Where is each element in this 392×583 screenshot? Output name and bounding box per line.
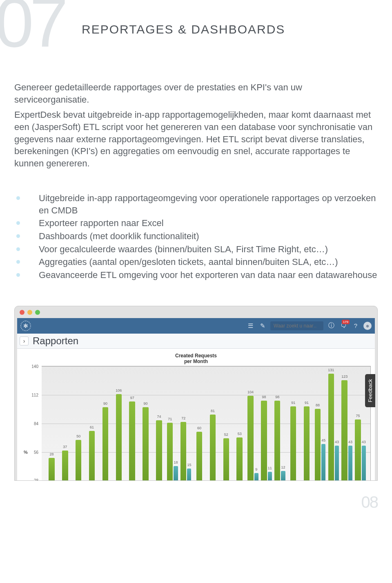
list-icon[interactable]: ☰: [246, 321, 255, 330]
bar-primary[interactable]: 106: [116, 394, 122, 480]
bar-value-label: 43: [335, 440, 339, 444]
bar-value-label: 104: [247, 390, 254, 394]
bar-value-label: 106: [116, 388, 122, 392]
bar-chart: 285684112140%283750619010697907471187215…: [42, 366, 371, 480]
y-tick: 140: [26, 364, 38, 369]
bar-secondary[interactable]: 43: [335, 446, 339, 481]
bar-group: 61: [86, 366, 98, 480]
feature-list: Uitgebreide in-app rapportageomgeving vo…: [14, 192, 378, 281]
close-icon[interactable]: [20, 310, 24, 315]
bar-group: 37: [59, 366, 71, 480]
bar-primary[interactable]: 52: [223, 438, 229, 481]
bar-primary[interactable]: 131: [328, 374, 334, 480]
search-input[interactable]: [270, 321, 323, 330]
bar-value-label: 9: [255, 467, 257, 471]
bar-primary[interactable]: 123: [341, 380, 347, 480]
bar-primary[interactable]: 75: [355, 419, 361, 480]
bar-primary[interactable]: 61: [89, 431, 95, 481]
bar-secondary[interactable]: 11: [268, 472, 272, 481]
avatar[interactable]: ●: [363, 322, 372, 330]
info-icon[interactable]: ⓘ: [327, 321, 336, 330]
page-number: 08: [14, 493, 378, 511]
bar-value-label: 91: [291, 401, 295, 405]
bar-primary[interactable]: 91: [304, 406, 310, 480]
app-logo-icon[interactable]: ✻: [20, 321, 31, 331]
bar-value-label: 15: [187, 463, 191, 467]
list-item-label: Uitgebreide in-app rapportageomgeving vo…: [39, 193, 376, 215]
bar-primary[interactable]: 50: [76, 440, 81, 481]
bar-value-label: 74: [157, 415, 161, 419]
screenshot-window: ✻ ☰ ✎ ⓘ 🗨179 ? ● › Rapporten Created Req…: [14, 306, 378, 481]
maximize-icon[interactable]: [35, 310, 40, 315]
edit-icon[interactable]: ✎: [258, 321, 267, 330]
bar-group: 60: [194, 366, 205, 480]
bar-primary[interactable]: 74: [156, 420, 162, 480]
feedback-tab[interactable]: Feedback: [365, 374, 375, 407]
page-title: REPORTAGES & DASHBOARDS: [14, 0, 378, 36]
bar-value-label: 91: [305, 401, 309, 405]
bar-primary[interactable]: 71: [167, 423, 173, 480]
bar-primary[interactable]: 91: [290, 406, 296, 480]
minimize-icon[interactable]: [27, 310, 32, 315]
bar-primary[interactable]: 81: [210, 415, 216, 480]
bar-group: 28: [46, 366, 58, 480]
bar-value-label: 12: [281, 465, 285, 469]
bar-group: 50: [73, 366, 85, 480]
bar-primary[interactable]: 53: [236, 437, 242, 481]
bar-value-label: 45: [321, 438, 325, 442]
bar-secondary[interactable]: 12: [281, 471, 285, 481]
bar-group: 90: [140, 366, 151, 480]
report-page-title: Rapporten: [33, 335, 78, 347]
bar-group: 8845: [314, 366, 326, 480]
bullet-dot: [16, 260, 20, 264]
bar-group: 7118: [167, 366, 178, 480]
list-item: Geavanceerde ETL omgeving voor het expor…: [14, 269, 378, 281]
body-paragraph: ExpertDesk bevat uitgebreide in-app rapp…: [14, 109, 378, 169]
bar-primary[interactable]: 60: [196, 432, 202, 481]
list-item: Dashboards (met doorklik functionaliteit…: [14, 230, 378, 242]
bar-primary[interactable]: 37: [62, 451, 68, 481]
notifications-icon[interactable]: 🗨179: [339, 321, 348, 330]
bar-value-label: 90: [103, 401, 107, 406]
bar-primary[interactable]: 98: [274, 401, 280, 480]
help-icon[interactable]: ?: [351, 321, 360, 330]
bar-value-label: 50: [76, 434, 80, 438]
window-titlebar: [17, 309, 375, 318]
bar-value-label: 37: [63, 445, 67, 449]
notification-badge: 179: [342, 320, 350, 324]
bar-primary[interactable]: 90: [143, 407, 148, 480]
list-item-label: Voor gecalculeerde waardes (binnen/buite…: [39, 244, 328, 254]
bar-value-label: 43: [362, 440, 366, 444]
bar-secondary[interactable]: 15: [187, 469, 191, 481]
bar-secondary[interactable]: 43: [348, 446, 352, 481]
bar-group: 97: [126, 366, 138, 480]
bar-primary[interactable]: 88: [315, 409, 321, 480]
bar-group: 81: [207, 366, 219, 480]
bar-group: 7215: [180, 366, 192, 480]
bar-value-label: 90: [144, 401, 148, 406]
bar-primary[interactable]: 98: [261, 401, 267, 480]
bar-secondary[interactable]: 45: [321, 444, 325, 481]
list-item: Voor gecalculeerde waardes (binnen/buite…: [14, 243, 378, 256]
bar-value-label: 75: [356, 414, 360, 418]
app-header: ✻ ☰ ✎ ⓘ 🗨179 ? ●: [17, 318, 375, 334]
y-tick: 56: [26, 450, 38, 454]
bar-secondary[interactable]: 9: [254, 473, 258, 480]
bar-group: 9812: [274, 366, 286, 480]
bar-value-label: 131: [328, 368, 334, 372]
list-item-label: Geavanceerde ETL omgeving voor het expor…: [39, 270, 377, 280]
chevron-right-icon[interactable]: ›: [20, 336, 29, 345]
list-item: Uitgebreide in-app rapportageomgeving vo…: [14, 192, 378, 216]
bar-primary[interactable]: 97: [129, 401, 135, 480]
bar-primary[interactable]: 90: [102, 407, 108, 480]
bar-primary[interactable]: 28: [49, 458, 54, 481]
chart-title: Created Requests per Month: [21, 353, 371, 365]
list-item-label: Exporteer rapporten naar Excel: [39, 218, 164, 228]
bar-primary[interactable]: 72: [180, 422, 186, 480]
bar-secondary[interactable]: 43: [362, 446, 366, 481]
bullet-dot: [16, 234, 20, 238]
bar-primary[interactable]: 104: [247, 396, 253, 480]
bar-group: 74: [153, 366, 165, 480]
bar-secondary[interactable]: 18: [174, 466, 178, 481]
bar-group: 13143: [327, 366, 339, 480]
